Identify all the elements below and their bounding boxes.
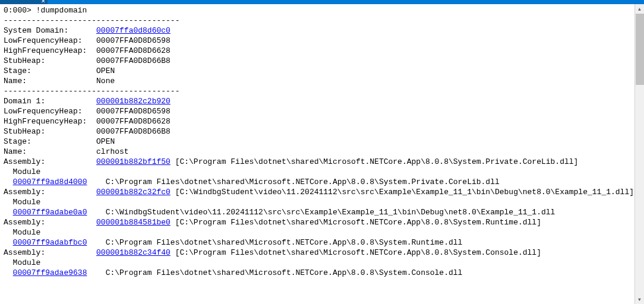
output-line: LowFrequencyHeap: 00007FFA0D8D6598 (4, 106, 640, 116)
module-label: Module (4, 167, 40, 176)
system-row-label: HighFrequencyHeap: (4, 46, 96, 55)
output-line: Stage: OPEN (4, 137, 640, 147)
module-label: Module (4, 258, 40, 267)
module-label: Module (4, 228, 40, 237)
indent (4, 268, 13, 277)
assembly-label: Assembly: (4, 218, 96, 227)
system-row-value: 00007FFA0D8D6628 (96, 46, 171, 55)
titlebar: ✕ (0, 0, 644, 4)
indent (4, 178, 13, 186)
system-row-value: None (96, 77, 115, 86)
output-line: Name: clrhost (4, 147, 640, 157)
output-line: System Domain: 00007ffa0d8d60c0 (4, 26, 640, 36)
assembly-path: [C:\Program Files\dotnet\shared\Microsof… (171, 157, 579, 166)
domain1-row-value: 00007FFA0D8D66B8 (96, 127, 171, 136)
output-line: LowFrequencyHeap: 00007FFA0D8D6598 (4, 36, 640, 46)
output-line: Assembly: 000001b884581be0 [C:\Program F… (4, 217, 640, 227)
output-line: StubHeap: 00007FFA0D8D66B8 (4, 56, 640, 66)
assembly-path: [C:\WindbgStudent\video\11.20241112\src\… (171, 188, 634, 197)
output-line: 0:000> !dumpdomain (4, 5, 640, 15)
output-line: Module (4, 167, 640, 177)
assembly-path: [C:\Program Files\dotnet\shared\Microsof… (171, 218, 541, 227)
system-row-label: Stage: (4, 66, 96, 75)
prompt: 0:000> (4, 6, 36, 15)
module-path: C:\Program Files\dotnet\shared\Microsoft… (87, 268, 462, 277)
divider: -------------------------------------- (4, 87, 179, 96)
domain1-row-label: Stage: (4, 137, 96, 146)
module-link[interactable]: 00007ff9adabfbc0 (13, 238, 87, 247)
output-line: Assembly: 000001b882c32fc0 [C:\WindbgStu… (4, 187, 640, 197)
domain1-row-label: HighFrequencyHeap: (4, 117, 96, 126)
assembly-link[interactable]: 000001b882c32fc0 (96, 188, 171, 197)
module-label: Module (4, 198, 40, 207)
output-line: HighFrequencyHeap: 00007FFA0D8D6628 (4, 116, 640, 126)
assembly-label: Assembly: (4, 188, 96, 197)
indent (4, 208, 13, 217)
vertical-scrollbar[interactable]: ▲ ▼ (634, 4, 644, 304)
terminal-output[interactable]: 0:000> !dumpdomain----------------------… (0, 4, 644, 304)
divider: -------------------------------------- (4, 16, 179, 25)
output-line: 00007ff9adabfbc0 C:\Program Files\dotnet… (4, 238, 640, 248)
output-line: Assembly: 000001b882bf1f50 [C:\Program F… (4, 157, 640, 167)
output-line: 00007ff9adabe0a0 C:\WindbgStudent\video\… (4, 207, 640, 217)
output-line: Name: None (4, 76, 640, 86)
assembly-link[interactable]: 000001b884581be0 (96, 218, 171, 227)
output-line: Domain 1: 000001b882c2b920 (4, 96, 640, 106)
module-path: C:\Program Files\dotnet\shared\Microsoft… (87, 238, 462, 247)
tab-close-area[interactable] (0, 0, 48, 4)
output-line: 00007ff9adae9638 C:\Program Files\dotnet… (4, 268, 640, 278)
output-line: Module (4, 227, 640, 238)
output-line: Module (4, 197, 640, 207)
assembly-label: Assembly: (4, 248, 96, 257)
command-text: !dumpdomain (36, 6, 87, 15)
system-domain-link[interactable]: 00007ffa0d8d60c0 (96, 26, 171, 35)
output-line: -------------------------------------- (4, 15, 640, 26)
output-line: HighFrequencyHeap: 00007FFA0D8D6628 (4, 46, 640, 56)
system-row-value: OPEN (96, 66, 115, 75)
domain1-label: Domain 1: (4, 97, 96, 106)
output-line: Assembly: 000001b882c34f40 [C:\Program F… (4, 248, 640, 258)
system-row-label: Name: (4, 77, 96, 86)
assembly-link[interactable]: 000001b882bf1f50 (96, 157, 171, 166)
assembly-link[interactable]: 000001b882c34f40 (96, 248, 171, 257)
module-path: C:\Program Files\dotnet\shared\Microsoft… (87, 178, 499, 186)
domain1-row-label: LowFrequencyHeap: (4, 107, 96, 116)
output-line: Module (4, 258, 640, 268)
close-icon[interactable]: ✕ (41, 0, 46, 4)
system-domain-label: System Domain: (4, 26, 96, 35)
module-link[interactable]: 00007ff9adae9638 (13, 268, 87, 277)
indent (4, 238, 13, 247)
module-link[interactable]: 00007ff9adabe0a0 (13, 208, 87, 217)
system-row-value: 00007FFA0D8D66B8 (96, 56, 171, 65)
domain1-row-value: 00007FFA0D8D6598 (96, 107, 171, 116)
assembly-label: Assembly: (4, 157, 96, 166)
output-line: StubHeap: 00007FFA0D8D66B8 (4, 126, 640, 137)
domain1-link[interactable]: 000001b882c2b920 (96, 97, 171, 106)
domain1-row-value: 00007FFA0D8D6628 (96, 117, 171, 126)
output-line: -------------------------------------- (4, 86, 640, 96)
scroll-up-icon[interactable]: ▲ (635, 4, 644, 14)
output-line: Stage: OPEN (4, 66, 640, 76)
system-row-value: 00007FFA0D8D6598 (96, 36, 171, 45)
module-path: C:\WindbgStudent\video\11.20241112\src\s… (87, 208, 555, 217)
output-line: 00007ff9ad8d4000 C:\Program Files\dotnet… (4, 177, 640, 187)
system-row-label: StubHeap: (4, 56, 96, 65)
system-row-label: LowFrequencyHeap: (4, 36, 96, 45)
scroll-thumb[interactable] (636, 14, 644, 85)
assembly-path: [C:\Program Files\dotnet\shared\Microsof… (171, 248, 541, 257)
domain1-row-value: OPEN (96, 137, 115, 146)
domain1-row-label: Name: (4, 147, 96, 156)
scroll-down-icon[interactable]: ▼ (635, 294, 644, 304)
module-link[interactable]: 00007ff9ad8d4000 (13, 178, 87, 186)
domain1-row-value: clrhost (96, 147, 129, 156)
domain1-row-label: StubHeap: (4, 127, 96, 136)
